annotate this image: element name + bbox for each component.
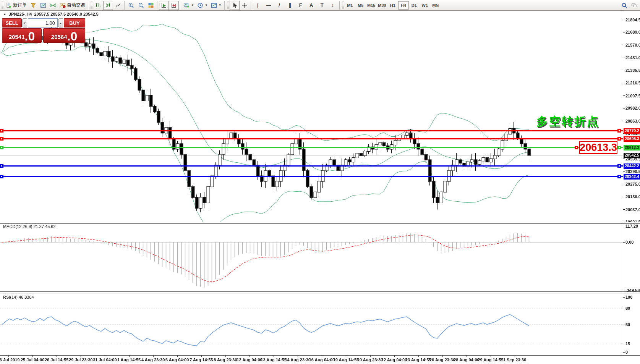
macd-panel-divider[interactable] <box>0 222 640 224</box>
price-axis-label: 20156.0 <box>625 194 640 199</box>
resistance-line-20770-left-handle[interactable] <box>0 129 3 133</box>
volume-increase-button[interactable]: ▲ <box>58 18 63 28</box>
macd-axis-tick <box>623 226 625 226</box>
time-axis-tick <box>515 355 515 357</box>
pivot-callout-anchor-handle[interactable] <box>575 146 578 149</box>
price-tag-20442-2: 20442.2 <box>624 163 640 169</box>
volume-decrease-button[interactable]: ▼ <box>23 18 27 28</box>
pivot-line-20613-left-handle[interactable] <box>0 146 3 149</box>
pivot-line-20613[interactable] <box>0 147 623 148</box>
timeframe-w1[interactable]: W1 <box>420 1 430 10</box>
time-axis-tick <box>81 355 81 357</box>
text-label-tool[interactable]: T <box>317 1 327 10</box>
time-axis-label: 23 Jul 2019 <box>0 358 19 362</box>
tile-windows-button[interactable] <box>146 1 156 10</box>
buy-button[interactable]: BUY <box>64 18 85 28</box>
fibonacci-tool[interactable]: F <box>295 1 306 10</box>
cursor-tool[interactable] <box>230 1 240 10</box>
time-axis-label: 25 Jul 04:00 <box>21 358 44 362</box>
time-axis-tick <box>467 355 467 357</box>
rsi-axis-label: 80 <box>625 306 630 311</box>
resistance-line-20770[interactable] <box>0 130 623 131</box>
resistance-line-20695-right-handle[interactable] <box>617 137 621 141</box>
symbol-ohlc-bar: ▲ JPN225-,H4 20557.5 20557.5 20540.0 205… <box>3 12 99 16</box>
auto-trading-button[interactable]: 自动交易 <box>58 1 87 10</box>
support-line-20442-right-handle[interactable] <box>617 164 621 168</box>
time-axis-label: 19 Aug 14:55 <box>333 358 359 362</box>
new-order-button[interactable]: 新订单 <box>4 1 28 10</box>
horizontal-line-tool[interactable]: — <box>263 1 274 10</box>
equidistant-channel-tool[interactable]: ∥ <box>285 1 295 10</box>
price-tag-20342-4: 20342.4 <box>624 174 640 180</box>
resistance-line-20770-right-handle[interactable] <box>617 129 621 133</box>
time-axis-label: 7 Aug 14:55 <box>190 358 213 362</box>
text-tool[interactable]: A <box>306 1 317 10</box>
price-axis-tick <box>623 20 625 20</box>
new-chart-dropdown[interactable]: ▼ <box>182 1 196 10</box>
time-axis-tick <box>250 355 250 357</box>
resistance-line-20695-left-handle[interactable] <box>0 137 3 141</box>
trendline-tool[interactable]: / <box>274 1 285 10</box>
zoom-out-button[interactable] <box>136 1 146 10</box>
price-chart-canvas[interactable] <box>0 0 640 364</box>
support-line-20442-left-handle[interactable] <box>0 164 3 168</box>
time-axis-tick <box>491 355 491 357</box>
zoom-in-button[interactable] <box>126 1 136 10</box>
timeframe-m5[interactable]: M5 <box>355 1 366 10</box>
timeframe-d1[interactable]: D1 <box>409 1 420 10</box>
price-axis-border <box>623 11 623 356</box>
rsi-panel-divider[interactable] <box>0 291 640 293</box>
signal-icon[interactable] <box>48 1 58 10</box>
macd-axis-label: 117.29 <box>625 224 638 228</box>
support-line-20342[interactable] <box>0 176 623 177</box>
support-line-20442[interactable] <box>0 165 623 167</box>
bid-price-display[interactable]: 20541 .0 <box>2 28 42 43</box>
price-axis-tick <box>623 197 625 197</box>
line-chart-mode-button[interactable] <box>113 1 123 10</box>
pivot-line-20613-right-handle[interactable] <box>617 146 621 149</box>
support-line-20342-right-handle[interactable] <box>617 175 621 178</box>
price-axis-label: 21451.0 <box>625 55 640 60</box>
rsi-axis-tick <box>623 325 625 325</box>
price-axis-label: 21570.0 <box>625 43 640 47</box>
resistance-line-20695[interactable] <box>0 138 623 139</box>
timeframe-m1[interactable]: M1 <box>345 1 355 10</box>
chat-icon[interactable] <box>629 1 639 10</box>
templates-dropdown[interactable]: ▼ <box>209 1 223 10</box>
time-axis-tick <box>394 355 395 357</box>
price-axis-label: 20982.0 <box>625 106 640 110</box>
time-axis-label: 26 Jul 14:55 <box>45 358 68 362</box>
time-axis-label: 1 Aug 14:55 <box>117 358 141 362</box>
timeframe-mn[interactable]: MN <box>430 1 441 10</box>
bar-chart-mode-button[interactable] <box>93 1 103 10</box>
arrows-tool[interactable]: ↕ <box>327 1 338 10</box>
one-click-trade-panel: SELL ▼ ▲ BUY 20541 .0 20564 .0 <box>2 18 85 43</box>
time-axis-tick <box>225 355 226 357</box>
timeframe-h1[interactable]: H1 <box>387 1 398 10</box>
pivot-price-callout[interactable]: 20613.3 <box>579 141 617 154</box>
vertical-line-tool[interactable]: | <box>253 1 263 10</box>
ask-price-display[interactable]: 20564 .0 <box>43 28 85 43</box>
volume-input[interactable] <box>28 18 58 28</box>
support-line-20342-left-handle[interactable] <box>0 175 3 178</box>
sell-button[interactable]: SELL <box>2 18 22 28</box>
chart-window-icon[interactable] <box>38 1 48 10</box>
toolbar-grip[interactable] <box>2 2 3 9</box>
price-tag-20770-2: 20770.2 <box>624 128 640 134</box>
auto-trading-label: 自动交易 <box>67 2 85 8</box>
chart-shift-button[interactable] <box>169 1 179 10</box>
collapse-panel-icon[interactable]: ▲ <box>3 12 6 16</box>
periods-dropdown[interactable]: ▼ <box>196 1 209 10</box>
symbol-title: JPN225-,H4 <box>9 12 32 16</box>
turning-point-annotation[interactable]: 多空转折点 <box>536 114 599 129</box>
timeframe-m30[interactable]: M30 <box>377 1 387 10</box>
timeframe-m15[interactable]: M15 <box>366 1 377 10</box>
rsi-axis-label: 0 <box>625 350 628 354</box>
search-icon[interactable] <box>619 1 629 10</box>
crosshair-tool[interactable] <box>240 1 250 10</box>
candlestick-mode-button[interactable] <box>103 1 113 10</box>
timeframe-h4[interactable]: H4 <box>398 1 409 10</box>
time-axis-label: 31 Jul 04:00 <box>93 358 117 362</box>
funnel-icon[interactable] <box>28 1 38 10</box>
auto-scroll-button[interactable] <box>159 1 169 10</box>
